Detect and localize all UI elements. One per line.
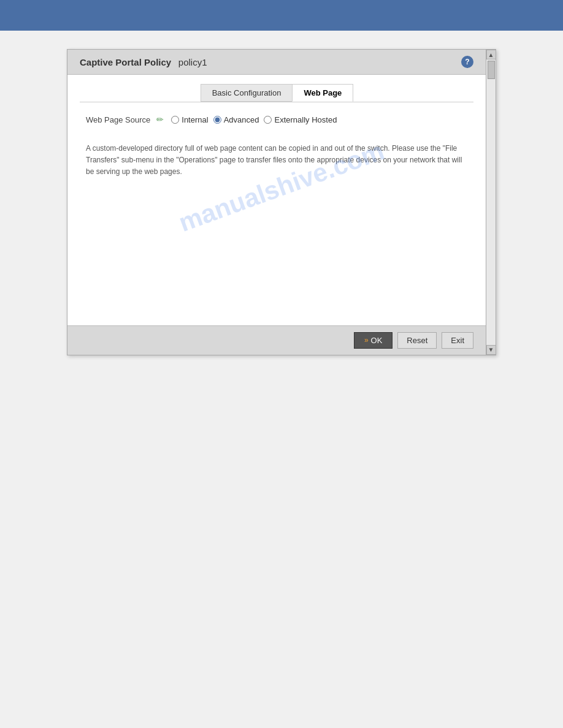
page-wrapper: ▲ ▼ Captive Portal Policy policy1 ? Basi… xyxy=(0,31,563,355)
scrollbar-track xyxy=(487,59,496,345)
help-icon[interactable]: ? xyxy=(461,56,473,68)
radio-option-internal[interactable]: Internal xyxy=(171,115,208,124)
ok-label: OK xyxy=(371,336,383,345)
radio-option-externally-hosted[interactable]: Externally Hosted xyxy=(264,115,337,124)
scrollbar-thumb[interactable] xyxy=(488,61,495,79)
dialog-footer: » OK Reset Exit xyxy=(67,325,486,355)
top-bar xyxy=(0,0,563,31)
radio-label-internal: Internal xyxy=(182,115,208,124)
radio-advanced[interactable] xyxy=(213,116,221,124)
dialog-title-area: Captive Portal Policy policy1 xyxy=(80,57,207,67)
exit-button[interactable]: Exit xyxy=(442,332,473,349)
pencil-icon: ✏ xyxy=(156,115,164,124)
description-area: A custom-developed directory full of web… xyxy=(80,143,473,178)
scrollbar[interactable]: ▲ ▼ xyxy=(486,50,496,355)
radio-internal[interactable] xyxy=(171,116,179,124)
web-page-source-row: Web Page Source ✏ Internal Advanced xyxy=(80,115,473,124)
radio-option-advanced[interactable]: Advanced xyxy=(213,115,259,124)
radio-options: ✏ Internal Advanced Externally Hos xyxy=(156,115,337,124)
dialog-policy-name: policy1 xyxy=(178,57,207,67)
ok-button[interactable]: » OK xyxy=(354,332,393,349)
tabs-row: Basic Configuration Web Page xyxy=(80,84,473,102)
reset-button[interactable]: Reset xyxy=(397,332,437,349)
radio-label-advanced: Advanced xyxy=(224,115,259,124)
scroll-up-arrow[interactable]: ▲ xyxy=(486,50,496,59)
ok-arrows-icon: » xyxy=(364,336,369,344)
tab-basic-configuration[interactable]: Basic Configuration xyxy=(201,84,293,102)
description-text: A custom-developed directory full of web… xyxy=(86,143,467,178)
empty-space xyxy=(80,191,473,313)
web-page-source-label: Web Page Source xyxy=(86,115,150,124)
radio-externally-hosted[interactable] xyxy=(264,116,272,124)
dialog-header: Captive Portal Policy policy1 ? xyxy=(67,50,486,75)
dialog-body: Basic Configuration Web Page Web Page So… xyxy=(67,84,486,325)
dialog-title: Captive Portal Policy xyxy=(80,57,171,67)
scroll-down-arrow[interactable]: ▼ xyxy=(486,345,496,355)
dialog-container: ▲ ▼ Captive Portal Policy policy1 ? Basi… xyxy=(67,49,496,355)
tab-web-page[interactable]: Web Page xyxy=(292,84,353,102)
radio-label-externally-hosted: Externally Hosted xyxy=(274,115,337,124)
